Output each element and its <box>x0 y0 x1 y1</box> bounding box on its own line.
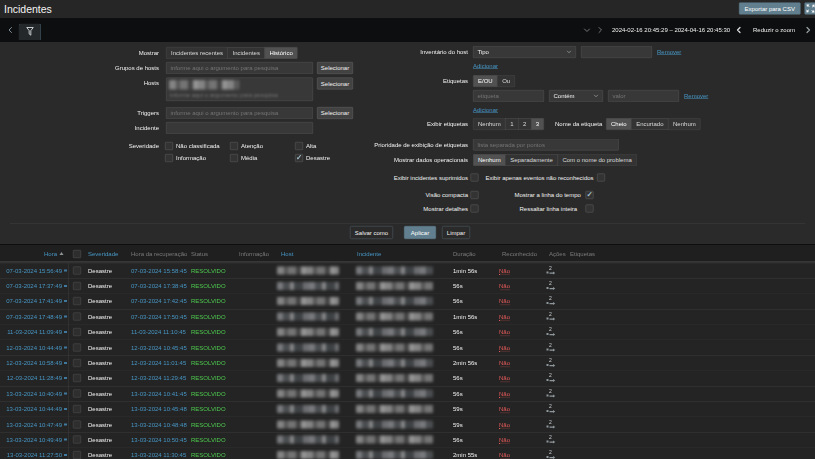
svg-text:2: 2 <box>549 373 552 379</box>
svg-text:2: 2 <box>549 388 552 394</box>
svg-text:2: 2 <box>549 327 552 333</box>
svg-text:2: 2 <box>549 403 552 409</box>
svg-text:2: 2 <box>549 342 552 348</box>
svg-text:2: 2 <box>549 280 552 286</box>
svg-text:2: 2 <box>549 434 552 440</box>
svg-text:2: 2 <box>549 419 552 425</box>
svg-text:2: 2 <box>549 357 552 363</box>
svg-text:2: 2 <box>549 311 552 317</box>
svg-text:2: 2 <box>549 265 552 271</box>
svg-text:2: 2 <box>549 296 552 302</box>
svg-text:2: 2 <box>549 450 552 456</box>
